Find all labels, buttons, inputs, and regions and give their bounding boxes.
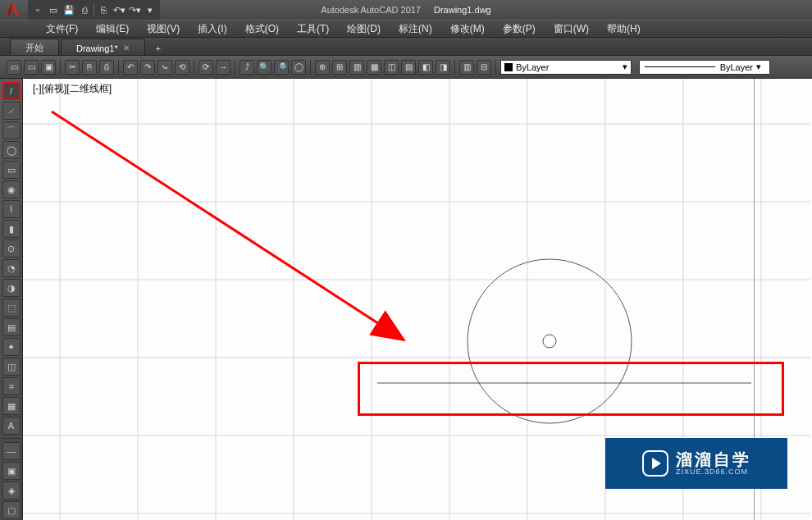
menu-modify[interactable]: 修改(M)	[442, 21, 493, 38]
watermark: 溜溜自学 ZIXUE.3D66.COM	[605, 438, 787, 489]
chevron-down-icon: ▾	[753, 62, 764, 72]
tb-plot-icon[interactable]: ⎙	[99, 60, 114, 75]
linetype-select[interactable]: ByLayer ▾	[639, 60, 770, 75]
menu-window[interactable]: 窗口(W)	[545, 21, 597, 38]
tb-pan-icon[interactable]: ⤴	[239, 60, 254, 75]
plus-icon: +	[156, 43, 161, 53]
tb-25-icon[interactable]: ⊟	[477, 60, 491, 75]
tb-sep	[194, 60, 194, 75]
menu-file[interactable]: 文件(F)	[38, 21, 86, 38]
annotation-highlight-rect	[358, 362, 784, 416]
tb-save-icon[interactable]: ▣	[41, 60, 56, 75]
autocad-a-icon	[4, 2, 21, 18]
layer-swatch-icon	[504, 63, 513, 71]
title-bar: ▫ ▭ 💾 ⎙ ⎘ ↶▾ ↷▾ ▾ Autodesk AutoCAD 2017 …	[0, 0, 812, 20]
tb-open-icon[interactable]: ▭	[24, 60, 39, 75]
tb-preview-icon[interactable]: ⎘	[82, 60, 97, 75]
qat-saveas-icon[interactable]: ⎙	[78, 3, 91, 16]
tb-redo-icon[interactable]: →	[216, 60, 230, 75]
linetype-preview-icon	[645, 66, 715, 67]
qat-new-icon[interactable]: ▫	[31, 3, 44, 16]
tb-22-icon[interactable]: ◧	[418, 60, 433, 75]
tb-cut-icon[interactable]: ↶	[123, 60, 138, 75]
tb-sep	[495, 60, 496, 75]
side-sep	[2, 438, 21, 439]
tool-arc-icon[interactable]: ◉	[2, 180, 21, 198]
tool-m2-icon[interactable]: ▣	[2, 462, 21, 480]
tb-print-icon[interactable]: ✂	[65, 60, 80, 75]
tool-polygon-icon[interactable]: ◯	[2, 141, 21, 159]
tb-paste-icon[interactable]: ⤿	[157, 60, 172, 75]
menu-view[interactable]: 视图(V)	[139, 21, 188, 38]
tool-revcloud-icon[interactable]: ▮	[2, 220, 21, 238]
qat-dropdown-icon[interactable]: ▾	[144, 3, 157, 16]
tool-m3-icon[interactable]: ◈	[2, 481, 21, 499]
tb-undo-icon[interactable]: ⟳	[198, 60, 213, 75]
play-badge-icon	[641, 449, 669, 477]
tb-19-icon[interactable]: ▦	[367, 60, 381, 75]
tool-hatch-icon[interactable]: ◫	[2, 358, 21, 376]
tb-zoomext-icon[interactable]: ◯	[291, 60, 306, 75]
tool-spline-icon[interactable]: ⊙	[2, 239, 21, 258]
tb-zoom-icon[interactable]: 🔍	[257, 60, 271, 75]
tool-gradient-icon[interactable]: ⌗	[2, 377, 21, 395]
tool-m1-icon[interactable]: —	[2, 442, 21, 460]
layer-color-select[interactable]: ByLayer ▾	[500, 60, 632, 75]
qat-redo-icon[interactable]: ↷▾	[128, 3, 141, 16]
tab-start[interactable]: 开始	[10, 39, 59, 55]
menu-edit[interactable]: 编辑(E)	[88, 21, 137, 38]
tool-insert-icon[interactable]: ⬚	[2, 299, 21, 317]
linetype-current: ByLayer	[720, 62, 753, 72]
tb-match-icon[interactable]: ⟲	[175, 60, 189, 75]
tool-point-icon[interactable]: ✦	[2, 338, 21, 356]
tb-sep	[118, 60, 119, 75]
tool-rect-icon[interactable]: ▭	[2, 161, 21, 179]
qat-save-icon[interactable]: 💾	[62, 3, 75, 16]
tb-24-icon[interactable]: ▥	[459, 60, 474, 75]
menu-param[interactable]: 参数(P)	[495, 21, 544, 38]
drawn-inner-circle[interactable]	[543, 335, 556, 348]
tb-23-icon[interactable]: ◨	[436, 60, 450, 75]
tb-16-icon[interactable]: ⊕	[315, 60, 330, 75]
app-logo[interactable]	[0, 0, 25, 20]
qat-undo-icon[interactable]: ↶▾	[112, 3, 125, 16]
qat-plot-icon[interactable]: ⎘	[97, 3, 110, 16]
menu-help[interactable]: 帮助(H)	[599, 21, 649, 38]
tool-xline-icon[interactable]: ⟋	[2, 102, 21, 120]
tb-sep	[60, 60, 61, 75]
close-icon[interactable]: ✕	[123, 43, 130, 52]
tool-circle-icon[interactable]: ⌇	[2, 200, 21, 218]
tool-m4-icon[interactable]: ▢	[2, 501, 21, 519]
drawing-canvas[interactable]: [-][俯视][二维线框] 溜溜自学 ZIXUE.3D66.COM	[23, 79, 812, 520]
tool-block-icon[interactable]: ▤	[2, 318, 21, 336]
watermark-url: ZIXUE.3D66.COM	[676, 468, 751, 477]
tab-drawing-label: Drawing1*	[76, 43, 118, 53]
tb-21-icon[interactable]: ▤	[401, 60, 416, 75]
tb-sep	[235, 60, 235, 75]
menu-insert[interactable]: 插入(I)	[189, 21, 235, 38]
tb-17-icon[interactable]: ⊞	[332, 60, 347, 75]
menu-tools[interactable]: 工具(T)	[289, 21, 337, 38]
tab-add-button[interactable]: +	[152, 42, 165, 55]
tool-text-icon[interactable]: A	[2, 417, 21, 435]
tb-zoomw-icon[interactable]: 🔎	[274, 60, 289, 75]
annotation-arrow	[52, 112, 402, 339]
tb-new-icon[interactable]: ▭	[7, 60, 21, 75]
tb-copy-icon[interactable]: ↷	[140, 60, 155, 75]
tool-ellipsearc-icon[interactable]: ◑	[2, 279, 21, 297]
tab-drawing[interactable]: Drawing1* ✕	[61, 39, 145, 55]
menu-format[interactable]: 格式(O)	[237, 21, 287, 38]
viewport-label[interactable]: [-][俯视][二维线框]	[33, 82, 112, 96]
tool-ellipse-icon[interactable]: ◔	[2, 259, 21, 277]
tool-polyline-icon[interactable]: ⌒	[2, 121, 21, 139]
main-toolbar: ▭ ▭ ▣ ✂ ⎘ ⎙ ↶ ↷ ⤿ ⟲ ⟳ → ⤴ 🔍 🔎 ◯ ⊕ ⊞ ▥ ▦ …	[0, 56, 812, 79]
menu-draw[interactable]: 绘图(D)	[339, 21, 389, 38]
tool-region-icon[interactable]: ▦	[2, 397, 21, 415]
qat-open-icon[interactable]: ▭	[47, 3, 60, 16]
workspace: / ⟋ ⌒ ◯ ▭ ◉ ⌇ ▮ ⊙ ◔ ◑ ⬚ ▤ ✦ ◫ ⌗ ▦ A — ▣ …	[0, 79, 812, 520]
tool-line-icon[interactable]: /	[2, 82, 21, 100]
tb-20-icon[interactable]: ◫	[384, 60, 399, 75]
tb-18-icon[interactable]: ▥	[349, 60, 364, 75]
menu-dim[interactable]: 标注(N)	[390, 21, 440, 38]
qat-sep	[94, 4, 94, 16]
